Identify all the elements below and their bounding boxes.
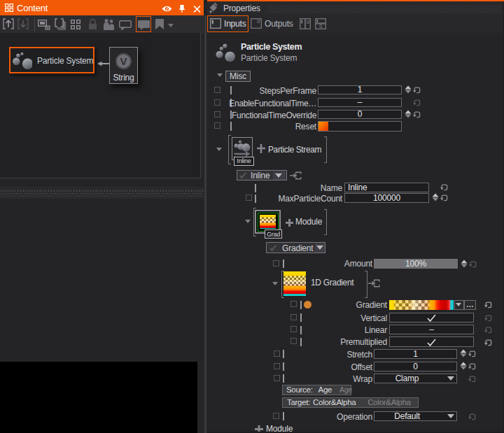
svg-text:0: 0 xyxy=(307,19,309,25)
svg-text:0: 0 xyxy=(319,24,322,29)
svg-text:0: 0 xyxy=(257,18,260,24)
svg-text:V: V xyxy=(120,55,127,67)
